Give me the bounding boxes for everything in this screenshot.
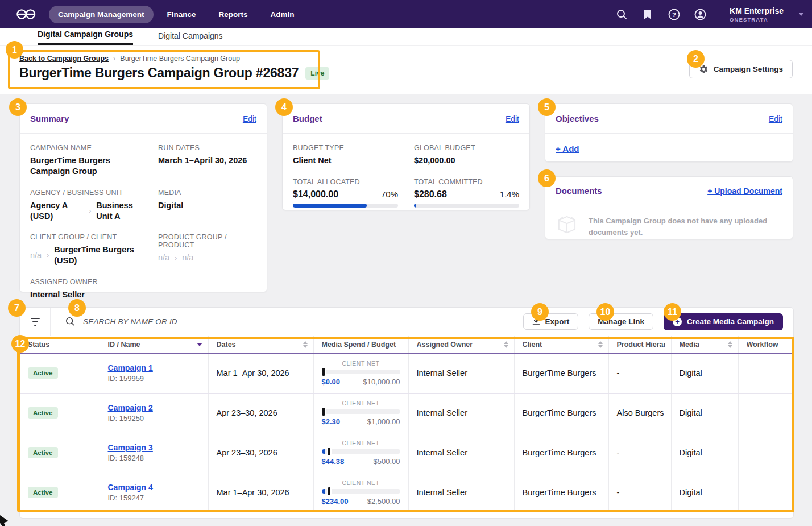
objectives-edit-link[interactable]: Edit bbox=[769, 114, 782, 123]
campaign-id: ID: 159250 bbox=[108, 414, 208, 423]
budget-edit-link[interactable]: Edit bbox=[506, 114, 519, 123]
table-toolbar: Export Manage Link + Create Media Campai… bbox=[20, 308, 793, 336]
client-cell: BurgerTime Burgers bbox=[514, 473, 608, 512]
media-spend-cell: CLIENT NET $234.00 $2,500.00 bbox=[313, 473, 408, 512]
media-cell: Digital bbox=[671, 393, 738, 433]
column-header[interactable]: Client bbox=[514, 336, 608, 353]
table-row[interactable]: Active Campaign 3 ID: 159248 Apr 23–30, … bbox=[20, 433, 793, 473]
media-spend-cell: CLIENT NET $44.38 $500.00 bbox=[313, 433, 408, 473]
committed-amount: $280.68 bbox=[414, 189, 447, 200]
spend-amount: $0.00 bbox=[322, 378, 341, 386]
status-badge: Active bbox=[28, 487, 58, 498]
total-committed-field: TOTAL COMMITTED $280.68 1.4% bbox=[414, 178, 519, 208]
column-header[interactable]: Workflow bbox=[738, 336, 793, 353]
campaign-id: ID: 159959 bbox=[108, 374, 208, 383]
budget-card: Budget Edit BUDGET TYPE Client Net GLOBA… bbox=[282, 103, 530, 210]
objectives-card-title: Objectives bbox=[556, 114, 599, 123]
media-field: MEDIA Digital bbox=[158, 189, 256, 222]
summary-edit-link[interactable]: Edit bbox=[243, 114, 256, 123]
column-header[interactable]: Status bbox=[20, 336, 100, 353]
breadcrumb-separator: › bbox=[113, 54, 115, 63]
status-badge: Active bbox=[28, 407, 58, 419]
summary-card: Summary Edit CAMPAIGN NAME BurgerTime Bu… bbox=[19, 103, 267, 292]
campaign-link[interactable]: Campaign 2 bbox=[108, 403, 153, 412]
allocated-percent: 70% bbox=[381, 189, 398, 199]
export-label: Export bbox=[545, 317, 569, 326]
spend-progress-bar bbox=[322, 370, 400, 374]
status-badge: Active bbox=[28, 367, 58, 379]
column-header[interactable]: Assigned Owner bbox=[408, 336, 514, 353]
assigned-owner-cell: Internal Seller bbox=[408, 473, 514, 512]
workflow-cell bbox=[738, 473, 793, 512]
campaign-link[interactable]: Campaign 1 bbox=[108, 363, 153, 372]
export-button[interactable]: Export bbox=[523, 313, 578, 330]
client-cell: BurgerTime Burgers bbox=[514, 393, 608, 433]
sort-icon[interactable] bbox=[303, 341, 308, 348]
page-title: BurgerTime Burgers Campaign Group #26837 bbox=[19, 65, 299, 81]
sort-icon[interactable] bbox=[197, 343, 202, 346]
media-spend-cell: CLIENT NET $2.30 $1,000.00 bbox=[313, 393, 408, 433]
chevron-down-icon bbox=[798, 13, 804, 16]
sort-icon[interactable] bbox=[728, 341, 732, 348]
create-media-campaign-button[interactable]: + Create Media Campaign bbox=[664, 313, 783, 330]
table-row[interactable]: Active Campaign 1 ID: 159959 Mar 1–Apr 3… bbox=[20, 353, 793, 393]
documents-card-title: Documents bbox=[556, 186, 602, 196]
table-row[interactable]: Active Campaign 4 ID: 159247 Mar 1–Apr 3… bbox=[20, 473, 793, 512]
spend-amount: $2.30 bbox=[322, 417, 341, 426]
id-name-cell: Campaign 3 ID: 159248 bbox=[100, 433, 208, 473]
search-input[interactable] bbox=[83, 317, 523, 326]
column-header[interactable]: Media bbox=[671, 336, 738, 353]
sort-icon[interactable] bbox=[504, 341, 508, 348]
account-icon[interactable] bbox=[687, 9, 713, 20]
mouse-cursor bbox=[0, 515, 9, 526]
budget-amount: $2,500.00 bbox=[367, 497, 400, 506]
id-name-cell: Campaign 2 ID: 159250 bbox=[100, 393, 208, 433]
budget-amount: $10,000.00 bbox=[363, 378, 400, 386]
add-objective-link[interactable]: + Add bbox=[556, 144, 579, 154]
download-icon bbox=[532, 317, 540, 326]
search-icon bbox=[65, 317, 75, 326]
nav-item-reports[interactable]: Reports bbox=[210, 6, 257, 23]
campaign-link[interactable]: Campaign 3 bbox=[108, 443, 153, 452]
onestrata-logo-icon[interactable] bbox=[15, 7, 38, 22]
column-header[interactable]: Product Hierarchy bbox=[608, 336, 671, 353]
filter-button[interactable] bbox=[20, 308, 51, 336]
manage-link-button[interactable]: Manage Link bbox=[589, 313, 653, 330]
primary-nav: Campaign Management Finance Reports Admi… bbox=[49, 6, 304, 23]
tab-digital-campaigns[interactable]: Digital Campaigns bbox=[158, 31, 223, 45]
sort-icon[interactable] bbox=[598, 341, 603, 348]
nav-item-finance[interactable]: Finance bbox=[158, 6, 205, 23]
global-budget-field: GLOBAL BUDGET $20,000.00 bbox=[414, 144, 519, 166]
column-header[interactable]: Media Spend / Budget bbox=[313, 336, 408, 353]
column-header[interactable]: ID / Name bbox=[100, 336, 208, 353]
objectives-card: Objectives Edit + Add bbox=[545, 103, 793, 162]
create-media-campaign-label: Create Media Campaign bbox=[687, 317, 774, 326]
back-to-campaign-groups-link[interactable]: Back to Campaign Groups bbox=[19, 55, 109, 63]
workflow-cell bbox=[738, 393, 793, 433]
search-icon[interactable] bbox=[608, 9, 635, 20]
status-cell: Active bbox=[20, 353, 100, 393]
account-switcher[interactable]: KM Enterprise ONESTRATA bbox=[720, 0, 812, 28]
pacing-marker-icon bbox=[328, 487, 330, 495]
client-cell: BurgerTime Burgers bbox=[514, 353, 608, 393]
allocated-amount: $14,000.00 bbox=[293, 189, 338, 200]
tab-digital-campaign-groups[interactable]: Digital Campaign Groups bbox=[38, 30, 133, 45]
nav-item-admin[interactable]: Admin bbox=[262, 6, 304, 23]
nav-item-campaign-management[interactable]: Campaign Management bbox=[49, 6, 154, 23]
column-header[interactable]: Dates bbox=[208, 336, 313, 353]
pacing-marker-icon bbox=[322, 408, 325, 416]
campaign-settings-button[interactable]: Campaign Settings bbox=[689, 60, 793, 78]
run-dates-field: RUN DATES March 1–April 30, 2026 bbox=[158, 144, 256, 177]
id-name-cell: Campaign 1 ID: 159959 bbox=[100, 353, 208, 393]
upload-document-link[interactable]: + Upload Document bbox=[707, 187, 782, 196]
dates-cell: Mar 1–Apr 30, 2026 bbox=[208, 473, 313, 512]
campaign-link[interactable]: Campaign 4 bbox=[108, 483, 153, 492]
campaign-group-page: Campaign Management Finance Reports Admi… bbox=[0, 0, 812, 526]
campaign-id: ID: 159247 bbox=[108, 494, 208, 502]
help-icon[interactable]: ? bbox=[661, 9, 687, 20]
plus-icon: + bbox=[673, 317, 682, 326]
bookmark-icon[interactable] bbox=[635, 9, 661, 20]
product-hierarchy-cell: Also Burgers bbox=[608, 393, 671, 433]
account-org: ONESTRATA bbox=[730, 16, 784, 23]
table-row[interactable]: Active Campaign 2 ID: 159250 Apr 23–30, … bbox=[20, 393, 793, 433]
